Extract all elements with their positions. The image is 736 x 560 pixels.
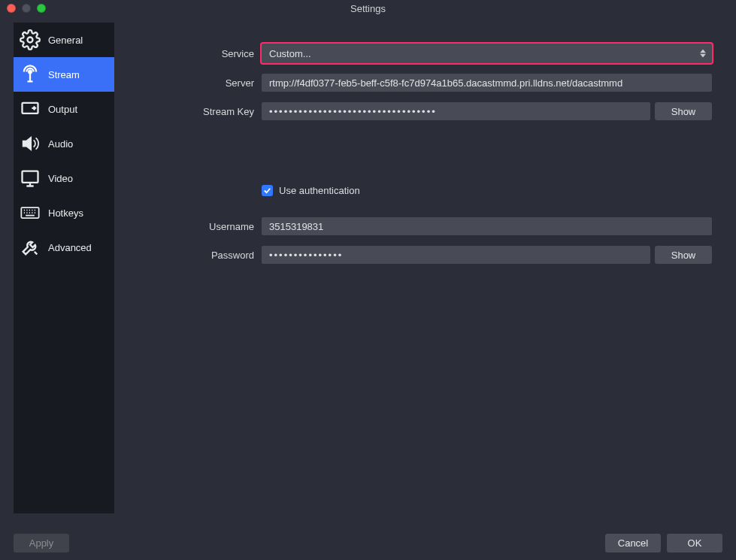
minimize-icon — [22, 4, 31, 13]
username-row: Username — [114, 217, 722, 235]
ok-button[interactable]: OK — [667, 534, 722, 552]
sidebar-item-general[interactable]: General — [14, 23, 114, 57]
useauth-row: Use authentication — [114, 185, 722, 196]
streamkey-label: Stream Key — [114, 106, 262, 117]
cancel-button[interactable]: Cancel — [605, 534, 661, 552]
sidebar-item-output[interactable]: Output — [14, 92, 114, 126]
sidebar-item-label: Video — [48, 173, 73, 184]
svg-point-1 — [29, 71, 32, 74]
sidebar-item-label: Stream — [48, 69, 80, 80]
svg-rect-3 — [23, 171, 38, 183]
password-input[interactable] — [262, 246, 650, 264]
sidebar-item-label: Output — [48, 104, 77, 115]
zoom-icon[interactable] — [37, 4, 46, 13]
useauth-checkbox[interactable] — [262, 185, 273, 196]
sidebar-item-label: Audio — [48, 138, 73, 150]
service-value: Custom... — [269, 48, 311, 59]
sidebar-item-audio[interactable]: Audio — [14, 126, 114, 161]
sidebar-item-video[interactable]: Video — [14, 161, 114, 195]
show-streamkey-button[interactable]: Show — [655, 102, 712, 120]
server-label: Server — [114, 77, 262, 89]
sidebar-item-hotkeys[interactable]: Hotkeys — [14, 195, 114, 230]
keyboard-icon — [18, 201, 42, 225]
useauth-label: Use authentication — [279, 185, 360, 196]
server-input[interactable] — [262, 74, 712, 92]
server-row: Server — [114, 74, 722, 92]
sidebar-item-label: General — [48, 35, 83, 46]
sidebar-item-stream[interactable]: Stream — [14, 57, 114, 92]
broadcast-icon — [18, 62, 42, 86]
password-row: Password Show — [114, 246, 722, 264]
service-select[interactable]: Custom... — [262, 44, 712, 63]
streamkey-input[interactable] — [262, 102, 650, 120]
content-pane: Service Custom... Server Stream Key — [114, 23, 722, 522]
speaker-icon — [18, 132, 42, 156]
username-input[interactable] — [262, 217, 712, 235]
service-label: Service — [114, 48, 262, 59]
streamkey-row: Stream Key Show — [114, 102, 722, 120]
sidebar-item-advanced[interactable]: Advanced — [14, 230, 114, 265]
monitor-icon — [18, 166, 42, 190]
output-icon — [18, 97, 42, 121]
close-icon[interactable] — [7, 4, 16, 13]
service-row: Service Custom... — [114, 44, 722, 63]
chevron-up-down-icon — [700, 50, 706, 58]
tools-icon — [18, 235, 42, 259]
sidebar-item-label: Hotkeys — [48, 207, 83, 219]
sidebar: General Stream Output Audio Video — [14, 23, 114, 513]
username-label: Username — [114, 221, 262, 232]
titlebar: Settings — [0, 0, 736, 17]
apply-button: Apply — [14, 534, 69, 552]
password-label: Password — [114, 250, 262, 261]
bottom-bar: Apply Cancel OK — [14, 534, 722, 552]
show-password-button[interactable]: Show — [655, 246, 712, 264]
window-controls — [0, 4, 46, 13]
sidebar-item-label: Advanced — [48, 242, 92, 253]
svg-point-0 — [28, 38, 33, 43]
main-area: General Stream Output Audio Video — [14, 23, 722, 522]
window-title: Settings — [0, 3, 736, 14]
gear-icon — [18, 28, 42, 52]
